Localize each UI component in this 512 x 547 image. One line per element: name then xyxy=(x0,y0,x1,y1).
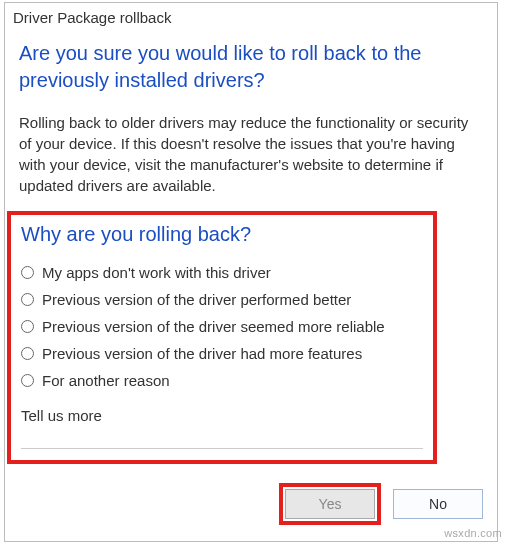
yes-button-highlight: Yes xyxy=(279,483,381,525)
tell-us-more-input[interactable] xyxy=(21,431,423,449)
reason-label: Previous version of the driver had more … xyxy=(42,345,362,362)
reason-option-apps[interactable]: My apps don't work with this driver xyxy=(21,264,423,281)
reason-label: My apps don't work with this driver xyxy=(42,264,271,281)
radio-icon xyxy=(21,293,34,306)
no-button[interactable]: No xyxy=(393,489,483,519)
reason-option-another[interactable]: For another reason xyxy=(21,372,423,389)
dialog-window: Driver Package rollback Are you sure you… xyxy=(4,2,498,542)
reason-heading: Why are you rolling back? xyxy=(21,223,423,246)
confirm-heading: Are you sure you would like to roll back… xyxy=(19,40,483,94)
reason-option-more-features[interactable]: Previous version of the driver had more … xyxy=(21,345,423,362)
reason-option-performed-better[interactable]: Previous version of the driver performed… xyxy=(21,291,423,308)
tell-us-more-label: Tell us more xyxy=(21,407,423,424)
radio-icon xyxy=(21,347,34,360)
yes-button[interactable]: Yes xyxy=(285,489,375,519)
reason-option-more-reliable[interactable]: Previous version of the driver seemed mo… xyxy=(21,318,423,335)
radio-icon xyxy=(21,320,34,333)
radio-icon xyxy=(21,266,34,279)
reason-section-highlight: Why are you rolling back? My apps don't … xyxy=(7,211,437,464)
reason-label: Previous version of the driver performed… xyxy=(42,291,351,308)
window-title: Driver Package rollback xyxy=(5,3,497,36)
dialog-content: Are you sure you would like to roll back… xyxy=(5,36,497,196)
reason-radio-group: My apps don't work with this driver Prev… xyxy=(21,264,423,389)
reason-label: For another reason xyxy=(42,372,170,389)
description-text: Rolling back to older drivers may reduce… xyxy=(19,112,483,196)
dialog-button-row: Yes No xyxy=(279,483,483,525)
reason-label: Previous version of the driver seemed mo… xyxy=(42,318,385,335)
radio-icon xyxy=(21,374,34,387)
watermark-text: wsxdn.com xyxy=(444,527,502,539)
